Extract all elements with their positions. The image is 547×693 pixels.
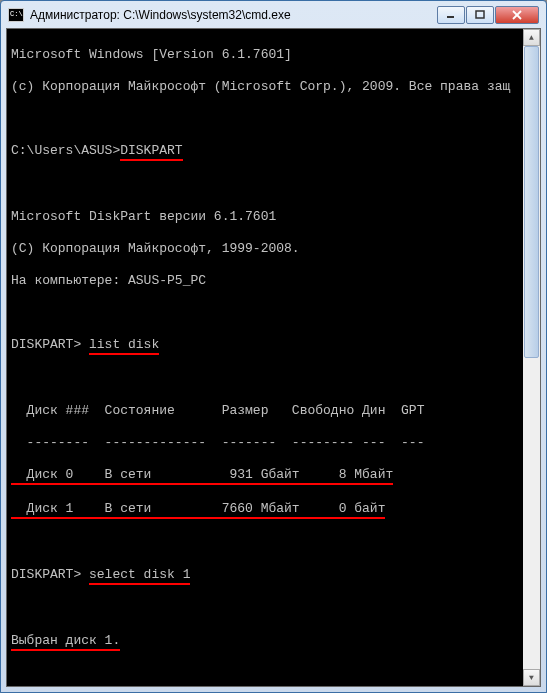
prompt: C:\Users\ASUS>	[11, 143, 120, 158]
window-title: Администратор: C:\Windows\system32\cmd.e…	[30, 8, 437, 22]
minimize-icon	[446, 10, 456, 20]
line: C:\Users\ASUS>DISKPART	[11, 143, 519, 161]
window-buttons	[437, 6, 539, 24]
table-row: Диск 0 В сети 931 Gбайт 8 Mбайт	[11, 467, 519, 485]
minimize-button[interactable]	[437, 6, 465, 24]
line: Microsoft DiskPart версии 6.1.7601	[11, 209, 519, 225]
vertical-scrollbar[interactable]: ▲ ▼	[523, 29, 540, 686]
prompt: DISKPART>	[11, 567, 89, 582]
scroll-up-button[interactable]: ▲	[523, 29, 540, 46]
window-chrome: Администратор: C:\Windows\system32\cmd.e…	[0, 0, 547, 693]
console-output: Microsoft Windows [Version 6.1.7601] (c)…	[11, 31, 519, 684]
disk-0-row: Диск 0 В сети 931 Gбайт 8 Mбайт	[11, 467, 393, 485]
table-row: Диск 1 В сети 7660 Mбайт 0 байт	[11, 501, 519, 519]
maximize-button[interactable]	[466, 6, 494, 24]
svg-rect-1	[476, 11, 484, 18]
prompt: DISKPART>	[11, 337, 89, 352]
line: На компьютере: ASUS-P5_PC	[11, 273, 519, 289]
scroll-track[interactable]	[523, 46, 540, 669]
disk-1-row: Диск 1 В сети 7660 Mбайт 0 байт	[11, 501, 385, 519]
line: Выбран диск 1.	[11, 633, 519, 651]
scroll-thumb[interactable]	[524, 46, 539, 358]
maximize-icon	[475, 10, 485, 20]
line: Microsoft Windows [Version 6.1.7601]	[11, 47, 519, 63]
cmd-select-disk: select disk 1	[89, 567, 190, 585]
console-area[interactable]: Microsoft Windows [Version 6.1.7601] (c)…	[6, 28, 541, 687]
scroll-down-button[interactable]: ▼	[523, 669, 540, 686]
title-bar[interactable]: Администратор: C:\Windows\system32\cmd.e…	[6, 6, 541, 28]
line: (c) Корпорация Майкрософт (Microsoft Cor…	[11, 79, 519, 95]
line: DISKPART> select disk 1	[11, 567, 519, 585]
cmd-list-disk: list disk	[89, 337, 159, 355]
table-header: Диск ### Состояние Размер Свободно Дин G…	[11, 403, 519, 419]
table-sep: -------- ------------- ------- -------- …	[11, 435, 519, 451]
line: DISKPART> list disk	[11, 337, 519, 355]
close-icon	[512, 10, 522, 20]
msg: Выбран диск 1.	[11, 633, 120, 651]
cmd-diskpart: DISKPART	[120, 143, 182, 161]
close-button[interactable]	[495, 6, 539, 24]
cmd-icon	[8, 8, 24, 22]
line: (C) Корпорация Майкрософт, 1999-2008.	[11, 241, 519, 257]
